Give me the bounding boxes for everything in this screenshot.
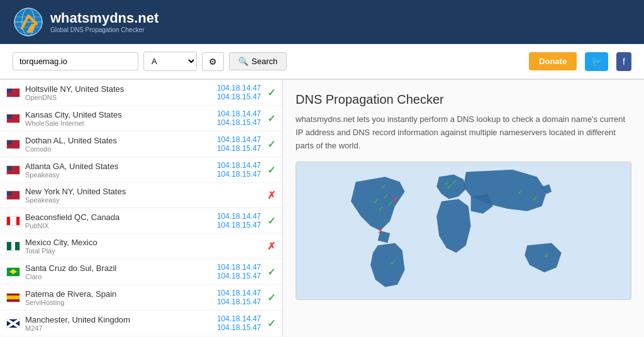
success-icon: ✓ — [266, 215, 276, 227]
ip-link[interactable]: 104.18.15.47 — [217, 323, 261, 332]
svg-text:✓: ✓ — [444, 180, 450, 187]
country-flag — [6, 88, 20, 97]
checker-title: DNS Propagation Checker — [296, 92, 631, 107]
location-name: Kansas City, United States — [25, 110, 217, 119]
ip-link[interactable]: 104.18.14.47 — [217, 212, 261, 221]
country-flag — [6, 241, 20, 251]
location-name: New York NY, United States — [25, 187, 261, 196]
ip-addresses: 104.18.14.47104.18.15.47 — [217, 109, 261, 127]
location-name: Holtsville NY, United States — [25, 84, 217, 94]
ip-link[interactable]: 104.18.14.47 — [217, 84, 261, 92]
ip-link[interactable]: 104.18.15.47 — [217, 144, 261, 153]
ip-link[interactable]: 104.18.15.47 — [217, 297, 261, 306]
ip-link[interactable]: 104.18.14.47 — [217, 161, 261, 170]
error-icon: ✗ — [266, 189, 276, 201]
country-flag — [6, 165, 20, 175]
donate-button[interactable]: Donate — [529, 52, 577, 70]
success-icon: ✓ — [266, 164, 276, 176]
ip-addresses: 104.18.14.47104.18.15.47 — [217, 314, 261, 332]
ip-link[interactable]: 104.18.14.47 — [217, 314, 261, 323]
ip-link[interactable]: 104.18.14.47 — [217, 289, 261, 297]
domain-input[interactable] — [13, 52, 138, 70]
country-flag — [6, 114, 20, 123]
country-flag — [6, 140, 20, 149]
location-name: Mexico City, Mexico — [25, 238, 261, 247]
ip-addresses: 104.18.14.47104.18.15.47 — [217, 135, 261, 153]
location-info: Beaconsfield QC, CanadaPubNIX — [25, 213, 217, 229]
isp-name: Claro — [25, 273, 217, 280]
success-icon: ✓ — [266, 318, 276, 329]
svg-text:✓: ✓ — [380, 183, 386, 191]
checker-description: whatsmydns.net lets you instantly perfor… — [296, 113, 631, 152]
twitter-button[interactable]: 🐦 — [585, 52, 608, 71]
country-flag — [6, 267, 20, 277]
table-row: Beaconsfield QC, CanadaPubNIX104.18.14.4… — [0, 208, 282, 234]
facebook-button[interactable]: f — [616, 52, 631, 71]
search-icon: 🔍 — [238, 57, 248, 66]
table-row: Paterna de Rivera, SpainServiHosting104.… — [0, 285, 282, 311]
ip-link[interactable]: 104.18.14.47 — [217, 135, 261, 144]
table-row: Santa Cruz do Sul, BrazilClaro104.18.14.… — [0, 259, 282, 285]
table-row: New York NY, United StatesSpeakeasy✗ — [0, 183, 282, 208]
ip-addresses: 104.18.14.47104.18.15.47 — [217, 84, 261, 101]
location-info: Atlanta GA, United StatesSpeakeasy — [25, 162, 217, 179]
location-name: Atlanta GA, United States — [25, 162, 217, 171]
country-flag — [6, 319, 20, 328]
search-button[interactable]: 🔍 Search — [229, 52, 287, 70]
logo-text: whatsmydns.net Global DNS Propagation Ch… — [50, 11, 158, 33]
table-row: Manchester, United KingdomM247104.18.14.… — [0, 311, 282, 336]
location-name: Santa Cruz do Sul, Brazil — [25, 263, 217, 273]
ip-link[interactable]: 104.18.15.47 — [217, 221, 261, 229]
info-panel: DNS Propagation Checker whatsmydns.net l… — [283, 80, 644, 337]
table-row: Mexico City, MexicoTotal Play✗ — [0, 234, 282, 259]
ip-link[interactable]: 104.18.15.47 — [217, 170, 261, 179]
location-info: New York NY, United StatesSpeakeasy — [25, 187, 261, 204]
ip-link[interactable]: 104.18.14.47 — [217, 109, 261, 118]
isp-name: Comodo — [25, 145, 217, 153]
record-type-select[interactable]: A AAAA CNAME MX NS TXT — [143, 52, 197, 71]
svg-text:✗: ✗ — [378, 228, 383, 235]
ip-addresses: 104.18.14.47104.18.15.47 — [217, 263, 261, 280]
ip-link[interactable]: 104.18.15.47 — [217, 118, 261, 127]
location-name: Manchester, United Kingdom — [25, 315, 217, 324]
error-icon: ✗ — [266, 240, 276, 252]
isp-name: Total Play — [25, 247, 261, 255]
isp-name: ServiHosting — [25, 299, 217, 306]
location-info: Holtsville NY, United StatesOpenDNS — [25, 84, 217, 101]
ip-link[interactable]: 104.18.15.47 — [217, 272, 261, 280]
table-row: Dothan AL, United StatesComodo104.18.14.… — [0, 131, 282, 157]
ip-link[interactable]: 104.18.14.47 — [217, 263, 261, 272]
dns-results-panel: Holtsville NY, United StatesOpenDNS104.1… — [0, 80, 283, 337]
success-icon: ✓ — [266, 292, 276, 304]
location-info: Mexico City, MexicoTotal Play — [25, 238, 261, 255]
isp-name: OpenDNS — [25, 94, 217, 101]
isp-name: WholeSale Internet — [25, 119, 217, 127]
table-row: Kansas City, United StatesWholeSale Inte… — [0, 106, 282, 131]
table-row: Atlanta GA, United StatesSpeakeasy104.18… — [0, 157, 282, 183]
location-info: Santa Cruz do Sul, BrazilClaro — [25, 263, 217, 280]
search-bar: A AAAA CNAME MX NS TXT ⚙ 🔍 Search Donate… — [0, 44, 644, 80]
ip-addresses: 104.18.14.47104.18.15.47 — [217, 161, 261, 179]
logo-area: whatsmydns.net Global DNS Propagation Ch… — [13, 6, 158, 38]
success-icon: ✓ — [266, 138, 276, 150]
ip-link[interactable]: 104.18.15.47 — [217, 92, 261, 101]
logo-name: whatsmydns.net — [50, 11, 158, 26]
location-info: Manchester, United KingdomM247 — [25, 315, 217, 332]
header: whatsmydns.net Global DNS Propagation Ch… — [0, 0, 644, 44]
location-name: Paterna de Rivera, Spain — [25, 289, 217, 299]
isp-name: Speakeasy — [25, 196, 261, 204]
isp-name: PubNIX — [25, 222, 217, 229]
settings-button[interactable]: ⚙ — [202, 52, 224, 71]
ip-addresses: 104.18.14.47104.18.15.47 — [217, 289, 261, 306]
svg-text:✓: ✓ — [378, 205, 384, 213]
location-name: Dothan AL, United States — [25, 136, 217, 145]
svg-text:✓: ✓ — [532, 196, 538, 203]
search-label: Search — [252, 57, 277, 66]
svg-text:✓: ✓ — [518, 188, 523, 196]
country-flag — [6, 293, 20, 302]
isp-name: M247 — [25, 324, 217, 332]
main-content: Holtsville NY, United StatesOpenDNS104.1… — [0, 80, 644, 337]
svg-text:✓: ✓ — [544, 251, 550, 259]
svg-text:✓: ✓ — [390, 259, 396, 267]
country-flag — [6, 216, 20, 226]
